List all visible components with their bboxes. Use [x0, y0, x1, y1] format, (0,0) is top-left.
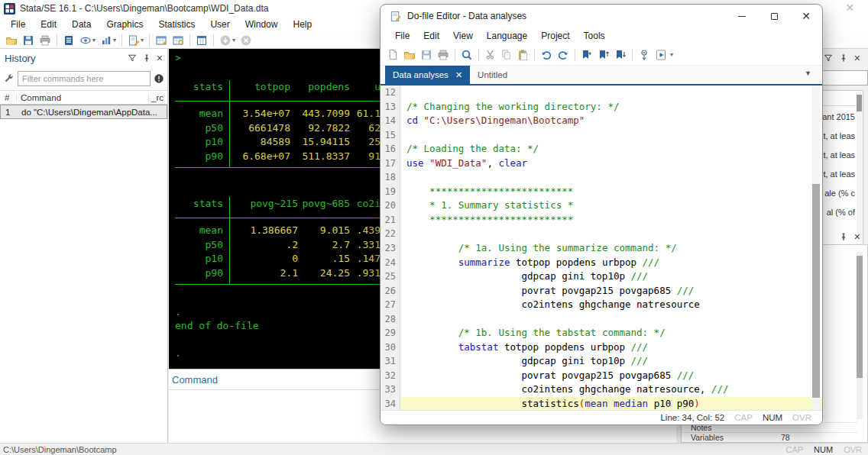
open-button[interactable]: [3, 33, 20, 48]
code-line[interactable]: 27 co2intens ghgchange natresource: [381, 298, 822, 312]
code-line[interactable]: 24 summarize totpop popdens urbpop ///: [381, 256, 822, 270]
code-line[interactable]: 31 gdpcap gini top10p ///: [381, 354, 822, 369]
editor-close-button[interactable]: ✕: [790, 5, 822, 27]
properties-close-icon[interactable]: ×: [854, 232, 860, 241]
open-dofile-button[interactable]: [401, 47, 418, 63]
undo-button[interactable]: [538, 47, 555, 63]
viewer-button[interactable]: ▾: [77, 33, 98, 48]
code-line[interactable]: 30 tabstat totpop popdens urbpop ///: [381, 340, 822, 355]
code-line[interactable]: 32 povrat povgap215 povgap685 ///: [381, 369, 822, 383]
code-line[interactable]: 23 /* 1a. Using the summarize command: *…: [381, 241, 822, 256]
break-button[interactable]: [238, 33, 254, 48]
editor-scrollbar-thumb[interactable]: [812, 184, 820, 398]
data-editor-button[interactable]: [153, 33, 170, 48]
history-pin-icon[interactable]: [142, 53, 151, 63]
history-col-rc[interactable]: _rc: [149, 93, 167, 102]
line-number: 15: [381, 128, 400, 143]
history-row[interactable]: 1do "C:\Users\Dingeman\AppData...: [0, 105, 167, 119]
menu-item-statistics[interactable]: Statistics: [151, 18, 202, 31]
properties-scrollbar-thumb[interactable]: [857, 256, 863, 378]
code-line[interactable]: 29 /* 1b. Using the tabstat command: */: [381, 326, 822, 340]
menu-item-help[interactable]: Help: [285, 18, 319, 31]
more-results-button[interactable]: ▾: [217, 33, 238, 48]
next-bookmark-button[interactable]: [612, 47, 629, 63]
menu-item-window[interactable]: Window: [238, 18, 286, 31]
toggle-bookmark-button[interactable]: [578, 47, 595, 63]
tab-data-analyses[interactable]: Data analyses✕: [385, 66, 470, 84]
log-button[interactable]: [60, 33, 77, 48]
editor-menu-item-tools[interactable]: Tools: [577, 29, 612, 43]
variables-scrollbar-thumb[interactable]: [857, 95, 862, 111]
print-dofile-button[interactable]: [435, 47, 452, 63]
line-number: 24: [381, 256, 400, 270]
warning-icon[interactable]: [154, 73, 164, 84]
tab-list-caret[interactable]: ▼: [805, 69, 811, 77]
properties-pin-icon[interactable]: [839, 232, 848, 241]
variables-manager-button[interactable]: [193, 33, 210, 48]
menu-item-data[interactable]: Data: [64, 18, 99, 31]
editor-scrollbar[interactable]: [812, 86, 820, 411]
editor-maximize-button[interactable]: [758, 5, 790, 27]
cut-button[interactable]: [482, 47, 498, 63]
data-browser-button[interactable]: [170, 33, 186, 48]
code-line[interactable]: 17use "WDI_Data", clear: [381, 157, 822, 171]
editor-menu-item-project[interactable]: Project: [534, 29, 576, 43]
code-line[interactable]: 20 * 1. Summary statistics *: [381, 198, 822, 213]
print-button[interactable]: [37, 33, 53, 48]
editor-menu-item-language[interactable]: Language: [480, 29, 534, 43]
editor-menu-item-view[interactable]: View: [446, 29, 480, 43]
menu-item-edit[interactable]: Edit: [33, 18, 64, 31]
code-line[interactable]: 28: [381, 312, 822, 327]
code-editor-area[interactable]: 12 13/* Changing the working directory: …: [381, 86, 822, 411]
code-line[interactable]: 12: [381, 86, 822, 100]
menu-item-graphics[interactable]: Graphics: [99, 18, 151, 31]
wrench-icon[interactable]: [3, 73, 15, 85]
main-close-icon[interactable]: ✕: [842, 1, 857, 15]
new-dofile-button[interactable]: [385, 47, 401, 63]
code-line[interactable]: 26 povrat povgap215 povgap685 ///: [381, 284, 822, 298]
copy-button[interactable]: [498, 47, 514, 63]
code-line[interactable]: 19 *************************: [381, 185, 822, 199]
editor-minimize-button[interactable]: [726, 5, 758, 27]
history-filter-icon[interactable]: [128, 53, 137, 63]
code-line[interactable]: 14cd "C:\Users\Dingeman\Bootcamp": [381, 114, 822, 128]
properties-scrollbar[interactable]: [857, 251, 863, 419]
previous-bookmark-button[interactable]: [595, 47, 612, 63]
editor-toolbar: ▾: [381, 44, 822, 66]
history-close-icon[interactable]: ×: [157, 53, 163, 63]
editor-menu-item-edit[interactable]: Edit: [416, 29, 446, 43]
code-line[interactable]: 18: [381, 170, 822, 185]
code-line[interactable]: 33 co2intens ghgchange natresource, ///: [381, 382, 822, 397]
do-button[interactable]: [653, 47, 669, 63]
variables-filter-icon[interactable]: [824, 53, 833, 63]
code-line[interactable]: 13/* Changing the working directory: */: [381, 100, 822, 115]
run-button[interactable]: [636, 47, 653, 63]
find-button[interactable]: [458, 47, 475, 63]
history-col-command[interactable]: Command: [17, 93, 149, 102]
property-value: 78: [781, 433, 857, 442]
menu-item-file[interactable]: File: [3, 18, 33, 31]
save-dofile-button[interactable]: [418, 47, 435, 63]
do-dropdown-caret[interactable]: ▾: [670, 51, 673, 58]
graphs-button[interactable]: ▾: [98, 33, 118, 48]
code-line[interactable]: 34 statistics(mean median p10 p90): [381, 397, 822, 411]
variables-pin-icon[interactable]: [839, 53, 848, 63]
tab-untitled[interactable]: Untitled: [470, 66, 515, 84]
editor-menu-item-file[interactable]: File: [388, 29, 416, 43]
paste-button[interactable]: [514, 47, 531, 63]
history-col-num[interactable]: #: [0, 93, 17, 102]
variables-close-icon[interactable]: ×: [854, 53, 860, 63]
code-line[interactable]: 15: [381, 128, 822, 143]
tab-close-icon[interactable]: ✕: [455, 70, 462, 80]
code-line[interactable]: 22: [381, 227, 822, 241]
property-row: Variables78: [682, 432, 857, 442]
line-number: 16: [381, 142, 400, 157]
code-line[interactable]: 16/* Loading the data: */: [381, 142, 822, 157]
code-line[interactable]: 25 gdpcap gini top10p ///: [381, 269, 822, 284]
menu-item-user[interactable]: User: [202, 18, 237, 31]
dofile-editor-button[interactable]: ▾: [125, 33, 146, 48]
history-filter-input[interactable]: [18, 71, 151, 86]
code-line[interactable]: 21 *************************: [381, 213, 822, 228]
redo-button[interactable]: [555, 47, 572, 63]
save-button[interactable]: [20, 33, 37, 48]
